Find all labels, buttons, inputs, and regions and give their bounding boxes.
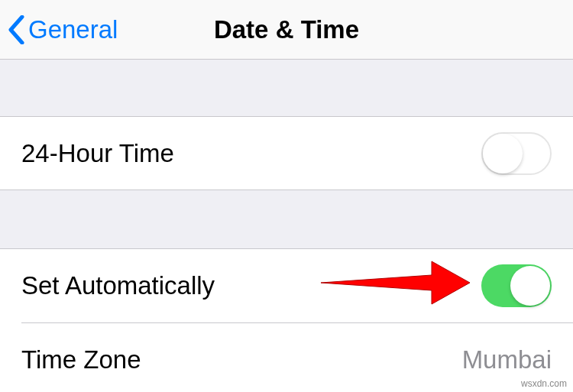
back-button[interactable]: General	[0, 15, 118, 44]
row-24-hour-time: 24-Hour Time	[0, 116, 573, 190]
back-label: General	[28, 15, 118, 44]
toggle-knob	[483, 134, 523, 173]
row-value: Mumbai	[462, 345, 552, 374]
row-time-zone[interactable]: Time Zone Mumbai	[0, 323, 573, 392]
toggle-knob	[510, 266, 550, 306]
toggle-24-hour-time[interactable]	[481, 132, 552, 175]
section-spacer	[0, 190, 573, 248]
row-label: Time Zone	[21, 345, 141, 374]
row-label: Set Automatically	[21, 271, 215, 300]
chevron-left-icon	[8, 15, 24, 44]
section-spacer	[0, 60, 573, 116]
row-set-automatically: Set Automatically	[0, 248, 573, 322]
section-auto-timezone: Set Automatically Time Zone Mumbai	[0, 248, 573, 392]
navigation-bar: General Date & Time	[0, 0, 573, 60]
page-title: Date & Time	[214, 15, 359, 44]
watermark: wsxdn.com	[521, 378, 567, 389]
row-label: 24-Hour Time	[21, 139, 174, 168]
toggle-set-automatically[interactable]	[481, 264, 552, 307]
